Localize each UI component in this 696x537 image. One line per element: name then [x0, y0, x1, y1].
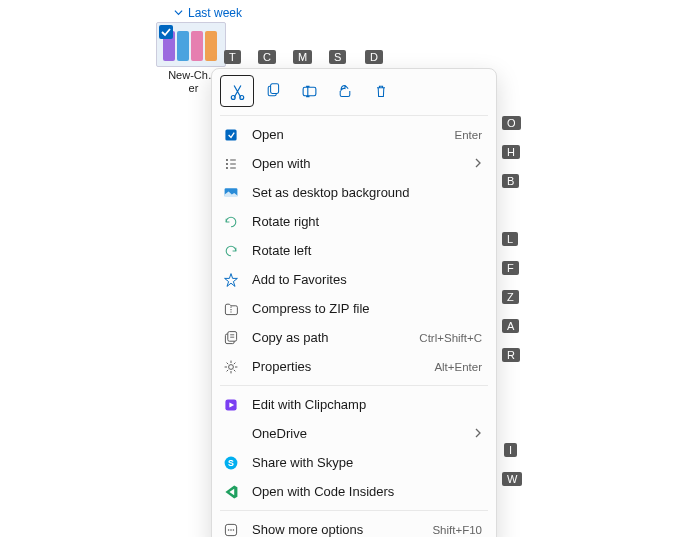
- menu-item-copy-as-path[interactable]: Copy as path Ctrl+Shift+C: [212, 323, 496, 352]
- menu-item-label: Add to Favorites: [252, 272, 482, 287]
- key-tip-z: Z: [502, 290, 519, 304]
- star-icon: [222, 271, 240, 289]
- menu-item-set-desktop-bg[interactable]: Set as desktop background: [212, 178, 496, 207]
- svg-rect-4: [303, 87, 316, 96]
- svg-point-0: [231, 95, 235, 99]
- menu-item-label: Open with: [252, 156, 462, 171]
- delete-button[interactable]: [364, 75, 398, 107]
- svg-point-1: [239, 95, 243, 99]
- open-icon: [222, 126, 240, 144]
- menu-item-label: Share with Skype: [252, 455, 482, 470]
- key-tip-d: D: [365, 50, 383, 64]
- menu-item-compress-zip[interactable]: Compress to ZIP file: [212, 294, 496, 323]
- rotate-left-icon: [222, 242, 240, 260]
- menu-item-open[interactable]: Open Enter: [212, 120, 496, 149]
- skype-icon: S: [222, 454, 240, 472]
- menu-item-label: OneDrive: [252, 426, 462, 441]
- svg-point-7: [226, 162, 228, 164]
- copy-button[interactable]: [256, 75, 290, 107]
- more-options-icon: [222, 521, 240, 538]
- menu-item-label: Properties: [252, 359, 422, 374]
- menu-item-shortcut: Shift+F10: [432, 524, 482, 536]
- context-menu: Open Enter Open with Set as desktop back…: [211, 68, 497, 537]
- share-button[interactable]: [328, 75, 362, 107]
- desktop-bg-icon: [222, 184, 240, 202]
- key-tip-l: L: [502, 232, 518, 246]
- menu-item-label: Edit with Clipchamp: [252, 397, 482, 412]
- key-tip-t: T: [224, 50, 241, 64]
- key-tip-o: O: [502, 116, 521, 130]
- key-tip-a: A: [502, 319, 519, 333]
- rotate-right-icon: [222, 213, 240, 231]
- open-with-icon: [222, 155, 240, 173]
- svg-text:S: S: [228, 458, 234, 468]
- menu-item-shortcut: Ctrl+Shift+C: [419, 332, 482, 344]
- menu-item-label: Copy as path: [252, 330, 407, 345]
- menu-item-add-favorites[interactable]: Add to Favorites: [212, 265, 496, 294]
- submenu-chevron-icon: [474, 157, 482, 171]
- menu-item-skype[interactable]: S Share with Skype: [212, 448, 496, 477]
- vscode-icon: [222, 483, 240, 501]
- menu-item-rotate-left[interactable]: Rotate left: [212, 236, 496, 265]
- svg-point-19: [233, 529, 235, 531]
- copy-path-icon: [222, 329, 240, 347]
- menu-item-show-more[interactable]: Show more options Shift+F10: [212, 515, 496, 537]
- key-tip-s: S: [329, 50, 346, 64]
- menu-separator: [220, 385, 488, 386]
- menu-separator: [220, 115, 488, 116]
- menu-item-properties[interactable]: Properties Alt+Enter: [212, 352, 496, 381]
- menu-item-label: Compress to ZIP file: [252, 301, 482, 316]
- key-tip-f: F: [502, 261, 519, 275]
- menu-item-rotate-right[interactable]: Rotate right: [212, 207, 496, 236]
- menu-item-label: Open: [252, 127, 443, 142]
- svg-rect-11: [228, 331, 237, 341]
- svg-point-6: [226, 158, 228, 160]
- key-tip-r: R: [502, 348, 520, 362]
- menu-item-open-with[interactable]: Open with: [212, 149, 496, 178]
- key-tip-m: M: [293, 50, 312, 64]
- key-tip-b: B: [502, 174, 519, 188]
- menu-item-label: Rotate left: [252, 243, 482, 258]
- submenu-chevron-icon: [474, 427, 482, 441]
- clipchamp-icon: [222, 396, 240, 414]
- svg-point-8: [226, 166, 228, 168]
- menu-item-onedrive[interactable]: OneDrive: [212, 419, 496, 448]
- key-tip-w: W: [502, 472, 522, 486]
- key-tip-i: I: [504, 443, 517, 457]
- menu-item-clipchamp[interactable]: Edit with Clipchamp: [212, 390, 496, 419]
- svg-point-18: [230, 529, 232, 531]
- svg-rect-5: [225, 129, 236, 140]
- svg-rect-3: [271, 84, 279, 94]
- menu-item-code-insiders[interactable]: Open with Code Insiders: [212, 477, 496, 506]
- menu-item-shortcut: Alt+Enter: [434, 361, 482, 373]
- svg-point-17: [228, 529, 230, 531]
- svg-point-12: [229, 364, 234, 369]
- file-thumbnail: [156, 22, 226, 67]
- key-tip-c: C: [258, 50, 276, 64]
- menu-item-label: Set as desktop background: [252, 185, 482, 200]
- menu-item-shortcut: Enter: [455, 129, 483, 141]
- menu-item-label: Rotate right: [252, 214, 482, 229]
- menu-item-label: Show more options: [252, 522, 420, 537]
- chevron-down-icon: [174, 6, 184, 20]
- group-header-last-week[interactable]: Last week: [174, 6, 242, 20]
- zip-icon: [222, 300, 240, 318]
- menu-item-label: Open with Code Insiders: [252, 484, 482, 499]
- menu-separator: [220, 510, 488, 511]
- check-icon: [159, 25, 173, 39]
- quick-actions-row: [212, 75, 496, 111]
- cut-button[interactable]: [220, 75, 254, 107]
- onedrive-icon: [222, 425, 240, 443]
- key-tip-h: H: [502, 145, 520, 159]
- group-label: Last week: [188, 6, 242, 20]
- properties-icon: [222, 358, 240, 376]
- rename-button[interactable]: [292, 75, 326, 107]
